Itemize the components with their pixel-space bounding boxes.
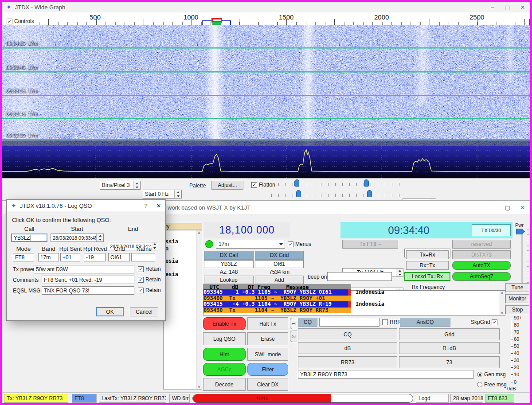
pwr-slider-handle[interactable] xyxy=(516,229,525,234)
msg-tab-1[interactable]: 1 xyxy=(290,318,297,329)
cq-msg-button[interactable]: CQ xyxy=(298,328,397,340)
monitor-button[interactable]: Monitor xyxy=(505,294,529,303)
waterfall-gain-handle[interactable] xyxy=(294,179,299,187)
close-icon[interactable]: ✕ xyxy=(515,4,530,11)
band-selector[interactable]: 17m xyxy=(216,240,285,249)
decode-row[interactable]: 093345 1 -0.3 1105 ~ R9OY YB3LZ OI61Indo… xyxy=(203,289,505,296)
minimize-icon[interactable]: – xyxy=(485,4,500,11)
scroll-up-icon[interactable]: ∧ xyxy=(198,230,201,235)
anscq-button[interactable]: AnsCQ xyxy=(400,318,450,327)
tx-power-field[interactable]: 50w ant D3W xyxy=(34,265,134,273)
maximize-icon[interactable]: ▢ xyxy=(500,4,515,11)
halt-tx-button[interactable]: Halt Tx xyxy=(247,317,288,330)
stop-button[interactable]: Stop xyxy=(505,305,529,314)
start-time-spinner[interactable]: 28/03/2018 09:33:45 xyxy=(51,234,104,242)
rr73-msg-button[interactable]: RR73 xyxy=(298,356,397,368)
bins-pixel-spinner[interactable]: Bins/Pixel 3 xyxy=(100,181,141,190)
mode-field[interactable]: FT8 xyxy=(13,253,34,261)
decode-row[interactable]: 093430 Tx 1104 ~ YB3LZ R9OY RR73 xyxy=(203,308,505,314)
rrr-checkbox[interactable]: RRR xyxy=(382,319,401,325)
menus-checkbox[interactable]: ✓ Menus xyxy=(288,241,311,247)
tx-watchdog-button[interactable]: TX 00/30 xyxy=(472,224,511,236)
decode-button[interactable]: Decode xyxy=(203,378,246,391)
gen-msg-field[interactable]: YB3LZ R9OY RR73 xyxy=(298,370,473,379)
db-msg-button[interactable]: dB xyxy=(298,342,397,354)
autotx-button[interactable]: AutoTX xyxy=(452,261,511,270)
tune-button[interactable]: Tune xyxy=(505,283,529,292)
waterfall-zero-handle[interactable] xyxy=(364,179,369,187)
clear-dx-button[interactable]: Clear DX xyxy=(247,378,288,391)
decode-row[interactable]: 093400 Tx 1105 ~ YB3LZ R9OY +01 xyxy=(203,296,505,302)
log-qso-titlebar[interactable]: ✦ JTDX v18.1.0.76 - Log QSO ? ✕ xyxy=(7,200,165,211)
waterfall-gain-slider[interactable] xyxy=(271,183,401,186)
wide-graph-titlebar[interactable]: ✦ JTDX - Wide Graph – ▢ ✕ xyxy=(2,2,530,12)
adjust-button[interactable]: Adjust... xyxy=(211,181,243,190)
tx-eq-rx-button[interactable]: Tx=Rx xyxy=(406,250,449,259)
beep-on-field[interactable] xyxy=(327,272,392,281)
band-field[interactable]: 17m xyxy=(38,253,59,261)
cq-small-button[interactable]: CQ xyxy=(298,318,317,327)
spectrum-zero-handle[interactable] xyxy=(367,190,372,197)
filter-button[interactable]: Filter xyxy=(247,363,288,376)
dx-grid-header[interactable]: DX Grid xyxy=(255,251,304,260)
name-field[interactable] xyxy=(131,253,155,261)
gen-msg-radio[interactable]: Gen msg xyxy=(477,371,506,378)
tx-power-retain-checkbox[interactable]: ✓ Retain xyxy=(138,266,161,272)
autoseq-button[interactable]: AutoSeq7 xyxy=(452,272,511,281)
decode-scrollbar[interactable]: ∧ ∨ xyxy=(499,291,505,315)
grid-field[interactable]: OI61 xyxy=(108,253,130,261)
agc-button[interactable]: AGCc xyxy=(203,363,246,376)
dx-grid-field[interactable]: OI61 xyxy=(255,260,304,268)
band-activity-scrollbar[interactable]: ∧ ∨ xyxy=(196,230,202,389)
band-activity-row[interactable]: esia xyxy=(165,271,178,277)
band-activity-row[interactable]: esia xyxy=(165,258,178,264)
rpt-sent-field[interactable]: +01 xyxy=(60,253,80,261)
band-activity-panel[interactable]: ∧ ∨ ssia a esia esia xyxy=(163,230,202,389)
band-activity-row[interactable]: a xyxy=(165,245,168,252)
start-hz-spinner[interactable]: Start 0 Hz xyxy=(143,190,182,199)
lockd-txrx-button[interactable]: Lockd Tx=Rx xyxy=(404,272,450,281)
cq-direction-field[interactable] xyxy=(319,318,379,327)
scroll-down-icon[interactable]: ∨ xyxy=(501,311,504,315)
help-icon[interactable]: ? xyxy=(140,202,152,209)
scroll-up-icon[interactable]: ∧ xyxy=(501,291,504,295)
dx-call-field[interactable]: YB3LZ xyxy=(204,260,254,268)
maximize-icon[interactable]: ▢ xyxy=(500,204,515,211)
rdb-msg-button[interactable]: R+dB xyxy=(399,342,500,354)
rpt-rcvd-field[interactable]: -19 xyxy=(84,253,106,261)
dx-call-header[interactable]: DX Call xyxy=(204,251,254,260)
free-msg-radio[interactable]: Free msg xyxy=(477,382,507,388)
skpgrid-checkbox[interactable]: SkpGrid ✓ xyxy=(471,319,497,325)
comments-field[interactable]: FT8 Sent: +01 Rcvd: -19 xyxy=(42,276,134,284)
spectrum-gain-handle[interactable] xyxy=(296,190,301,197)
erase-button[interactable]: Erase xyxy=(247,332,288,345)
rx-eq-tx-button[interactable]: Rx=Tx xyxy=(406,261,449,270)
spectrum[interactable] xyxy=(2,146,530,178)
minimize-icon[interactable]: – xyxy=(485,204,500,211)
ok-button[interactable]: OK xyxy=(96,307,124,316)
close-icon[interactable]: ✕ xyxy=(515,204,530,211)
swl-mode-button[interactable]: SWL mode xyxy=(247,348,288,361)
cancel-button[interactable]: Cancel xyxy=(130,307,158,316)
hint-button[interactable]: Hint xyxy=(203,348,246,361)
tx-mode-button[interactable]: Tx FT8 ~ xyxy=(342,240,398,249)
add-button[interactable]: Add xyxy=(255,276,304,284)
close-icon[interactable]: ✕ xyxy=(152,202,165,209)
pwr-slider-track[interactable] xyxy=(521,229,523,283)
log-qso-button[interactable]: Log QSO xyxy=(203,332,246,345)
scroll-down-icon[interactable]: ∨ xyxy=(198,385,201,389)
eqsl-field[interactable]: TNX FOR QSO 73! xyxy=(42,286,134,295)
band-activity-row[interactable]: ssia xyxy=(165,238,178,245)
eqsl-retain-checkbox[interactable]: ✓ Retain xyxy=(138,287,161,293)
waterfall[interactable]: 09:34:15 17m 09:33:45 17m 09:33:15 17m 0… xyxy=(2,25,530,146)
controls-checkbox[interactable]: ✓ Controls xyxy=(5,18,35,25)
enable-tx-button[interactable]: Enable Tx xyxy=(203,317,246,330)
comments-retain-checkbox[interactable]: ✓ Retain xyxy=(138,276,161,283)
decode-row[interactable]: 093415 -4 -0.3 1104 ~ R9OY YB3LZ R-19Ind… xyxy=(203,301,505,308)
spectrum-gain-slider[interactable] xyxy=(271,194,401,197)
s73-msg-button[interactable]: 73 xyxy=(399,356,500,368)
grid-msg-button[interactable]: Grid xyxy=(399,328,500,340)
call-field[interactable]: YB3LZ xyxy=(11,234,47,242)
msg-tab-2[interactable]: 2 xyxy=(290,331,297,342)
lookup-button[interactable]: Lookup xyxy=(204,276,254,284)
